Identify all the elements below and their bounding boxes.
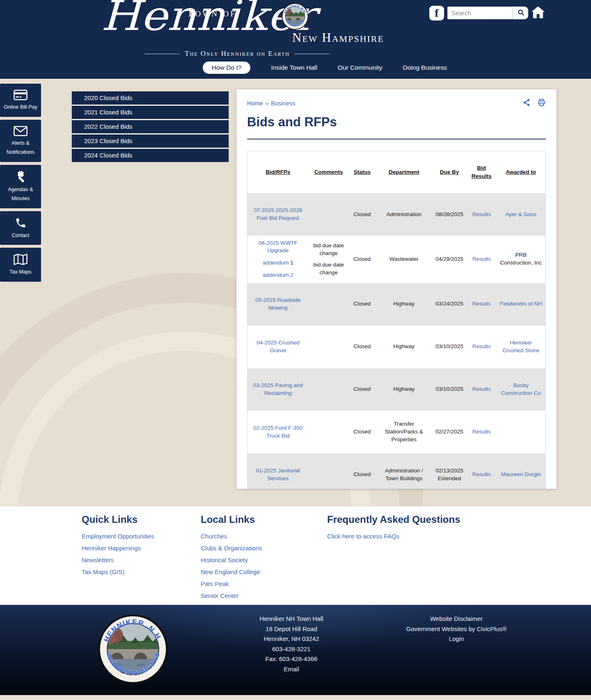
comment-text: bid due date change	[312, 261, 346, 277]
tax-maps-gis-link[interactable]: Tax Maps (GIS)	[82, 568, 154, 575]
search-input[interactable]	[447, 7, 513, 19]
home-icon[interactable]	[529, 4, 547, 21]
pats-peak-link[interactable]: Pats Peak	[201, 580, 262, 587]
awarded-to-cell: Henniker Crushed Stone	[497, 326, 546, 368]
government-websites-by-civicplus-link[interactable]: Government Websites by CivicPlus®	[390, 624, 523, 634]
new-england-college-link[interactable]: New England College	[201, 568, 262, 575]
comment-text: bid due date change	[312, 242, 346, 258]
department-cell: Transfer Station/Parks & Properties	[376, 411, 432, 454]
breadcrumb-home-link[interactable]: Home	[247, 100, 263, 107]
results-link[interactable]: Results	[472, 301, 491, 307]
awarded-link[interactable]: Maureen Durgin	[501, 471, 541, 477]
rail-item-label: Online Bill Pay	[2, 103, 39, 112]
results-link[interactable]: Results	[472, 211, 491, 217]
department-cell: Highway	[376, 326, 432, 368]
quick-links-column: Quick LinksEmployment OpportunitiesHenni…	[82, 514, 154, 580]
employment-opportunities-link[interactable]: Employment Opportunities	[82, 533, 154, 540]
menu-item-2021-closed-bids[interactable]: 2021 Closed Bids	[72, 106, 229, 120]
bid-link[interactable]: 01-2025 Janitorial Services	[256, 467, 300, 481]
phone-icon	[2, 217, 39, 229]
churches-link[interactable]: Churches	[201, 533, 262, 540]
clubs-organizations-link[interactable]: Clubs & Organizations	[201, 545, 262, 552]
henniker-happenings-link[interactable]: Henniker Happenings	[82, 545, 154, 552]
results-link[interactable]: Results	[472, 256, 491, 262]
column-header-comments[interactable]: Comments	[309, 151, 349, 194]
bid-link[interactable]: 07-2025 2025-2026 Fuel Bid Request	[254, 207, 302, 221]
senior-center-link[interactable]: Senior Center	[201, 592, 262, 599]
footer-town-seal-icon: HENNIKER, N.H.INCORPORATED-1768	[98, 614, 168, 684]
print-icon[interactable]	[537, 98, 546, 108]
share-icon[interactable]	[522, 98, 531, 108]
login-link[interactable]: Login	[390, 634, 523, 644]
column-header-bid-rfps[interactable]: Bid/RFPs	[247, 151, 309, 194]
rail-item-online-bill-pay[interactable]: Online Bill Pay	[0, 84, 41, 117]
column-header-department[interactable]: Department	[376, 151, 432, 194]
rail-item-tax-maps[interactable]: Tax Maps	[0, 248, 41, 282]
nav-inside-town-hall[interactable]: Inside Town Hall	[271, 62, 317, 74]
menu-item-2022-closed-bids[interactable]: 2022 Closed Bids	[72, 120, 229, 135]
awarded-link[interactable]: Fieldworks of NH	[500, 301, 542, 307]
newsletters-link[interactable]: Newsletters	[82, 556, 154, 563]
results-link[interactable]: Results	[472, 471, 491, 477]
tagline-text: The Only Henniker on Earth	[185, 50, 290, 58]
bid-row: 07-2025 2025-2026 Fuel Bid RequestClosed…	[247, 193, 546, 236]
department-cell: Wastewater	[376, 236, 432, 283]
nav-our-community[interactable]: Our Community	[338, 62, 383, 74]
nav-how-do-i[interactable]: How Do I?	[203, 62, 250, 74]
nav-doing-business[interactable]: Doing Business	[403, 62, 447, 74]
breadcrumb: Home››Business	[247, 100, 295, 107]
column-header-bid-results[interactable]: Bid Results	[467, 151, 497, 194]
column-header-awarded-to[interactable]: Awarded to	[497, 151, 546, 194]
awarded-link[interactable]: Henniker Crushed Stone	[502, 340, 539, 353]
awarded-to-cell: Fieldworks of NH	[497, 283, 546, 326]
website-disclaimer-link[interactable]: Website Disclaimer	[390, 614, 523, 624]
page: Henniker Town of New Hampshire The Only …	[0, 0, 591, 700]
results-link[interactable]: Results	[472, 429, 491, 435]
bid-row: 05-2025 Roadside MowingClosedHighway03/2…	[247, 283, 546, 326]
results-link[interactable]: Results	[472, 386, 491, 392]
search-button[interactable]	[513, 7, 528, 19]
rail-item-alerts-notifications[interactable]: Alerts & Notifications	[0, 120, 41, 162]
bid-results-cell: Results	[467, 326, 497, 368]
bottom-strip	[0, 695, 591, 700]
menu-item-2020-closed-bids[interactable]: 2020 Closed Bids	[72, 91, 229, 106]
due-by-cell: 08/28/2025	[432, 193, 467, 236]
bid-link[interactable]: 06-2025 WWTF Upgrade	[259, 240, 298, 254]
bid-results-cell: Results	[467, 283, 497, 326]
email-link[interactable]: Email	[225, 664, 358, 675]
bid-results-cell: Results	[467, 411, 497, 454]
historical-society-link[interactable]: Historical Society	[201, 556, 262, 563]
column-header-status[interactable]: Status	[349, 151, 376, 194]
breadcrumb-current-link[interactable]: Business	[271, 100, 295, 107]
logo-tagline: The Only Henniker on Earth	[144, 50, 330, 58]
rail-item-contact[interactable]: Contact	[0, 211, 41, 245]
bid-link[interactable]: addendum 2	[263, 272, 293, 278]
bid-cell: 07-2025 2025-2026 Fuel Bid Request	[247, 193, 309, 236]
bid-link[interactable]: addendum	[263, 260, 289, 266]
menu-item-2023-closed-bids[interactable]: 2023 Closed Bids	[72, 135, 229, 149]
bid-link[interactable]: 04-2025 Crushed Gravel	[257, 340, 299, 353]
department-cell: Highway	[376, 368, 432, 411]
awarded-to-cell: PRB Construction, Inc	[497, 236, 546, 283]
rail-item-label: Alerts & Notifications	[2, 139, 39, 157]
results-link[interactable]: Results	[472, 343, 491, 349]
awarded-link[interactable]: Busby Construction Co	[501, 382, 541, 396]
menu-item-2024-closed-bids[interactable]: 2024 Closed Bids	[72, 149, 229, 162]
address-line: Henniker, NH 03242	[225, 634, 358, 644]
envelope-icon	[2, 125, 39, 137]
bid-link[interactable]: 03-2025 Paving and Reclaiming	[253, 382, 303, 396]
awarded-to-cell	[497, 411, 546, 454]
bid-link[interactable]: 02-2025 Ford F-350 Truck Bid	[253, 425, 302, 439]
bid-results-cell: Results	[467, 454, 497, 489]
rail-item-label: Agendas & Minutes	[2, 185, 39, 203]
facebook-icon[interactable]: f	[429, 6, 444, 21]
bid-link[interactable]: 05-2025 Roadside Mowing	[255, 297, 300, 311]
town-seal-icon: HENNIKER, N.H.INCORPORATED-1768	[282, 3, 309, 30]
awarded-link[interactable]: Ayer & Goss	[505, 211, 536, 217]
bids-table: Bid/RFPsCommentsStatusDepartmentDue ByBi…	[247, 151, 546, 489]
column-header-due-by[interactable]: Due By	[432, 151, 467, 194]
breadcrumb-separator: ››	[265, 100, 269, 107]
rail-item-agendas-minutes[interactable]: Agendas & Minutes	[0, 165, 41, 208]
status-cell: Closed	[349, 326, 376, 368]
click-here-to-access-faqs-link[interactable]: Click here to access FAQs	[327, 533, 460, 540]
